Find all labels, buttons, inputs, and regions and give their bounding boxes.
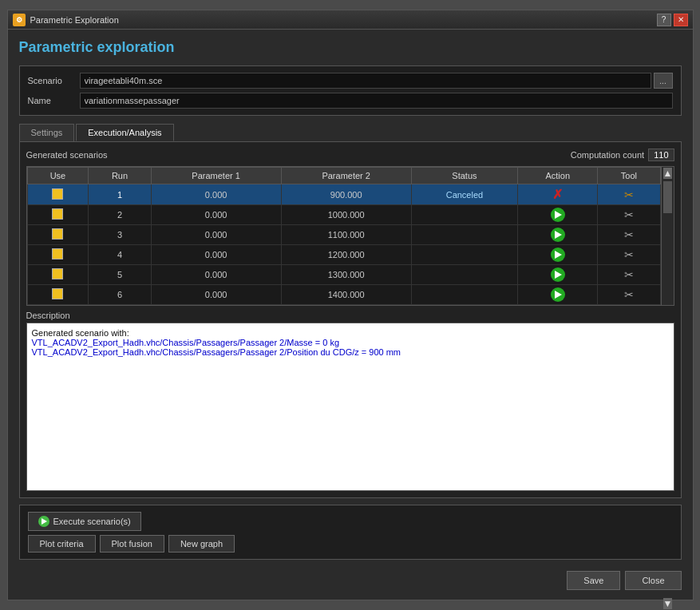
tool-icon[interactable]: ✂ — [624, 208, 634, 221]
col-use: Use — [27, 168, 89, 184]
description-label: Description — [26, 311, 674, 320]
cell-use — [27, 265, 89, 285]
checkbox-use[interactable] — [52, 228, 63, 240]
name-label: Name — [28, 96, 80, 105]
table-row[interactable]: 4 0.000 1200.000 ✂ — [27, 245, 660, 265]
play-action-icon[interactable] — [551, 267, 565, 282]
cell-param1: 0.000 — [151, 205, 281, 225]
col-param2: Parameter 2 — [281, 168, 411, 184]
tool-icon[interactable]: ✂ — [624, 288, 634, 301]
plot-fusion-button[interactable]: Plot fusion — [100, 535, 164, 553]
tab-execution[interactable]: Execution/Analysis — [76, 124, 173, 141]
cell-param1: 0.000 — [151, 225, 281, 245]
scrollbar-up[interactable]: ▲ — [663, 168, 672, 179]
description-text-line1: VTL_ACADV2_Export_Hadh.vhc/Chassis/Passa… — [32, 338, 669, 347]
cell-run: 6 — [89, 285, 151, 305]
close-button[interactable]: Close — [625, 571, 681, 590]
cell-action: ✗ — [518, 184, 598, 205]
cell-param2: 900.000 — [281, 184, 411, 205]
name-input[interactable] — [80, 93, 673, 109]
table-row[interactable]: 3 0.000 1100.000 ✂ — [27, 225, 660, 245]
cell-use — [27, 285, 89, 305]
cell-param1: 0.000 — [151, 285, 281, 305]
app-icon: ⚙ — [13, 14, 26, 26]
new-graph-button[interactable]: New graph — [168, 535, 235, 553]
cell-tool: ✂ — [598, 245, 660, 265]
play-action-icon[interactable] — [551, 228, 565, 242]
tool-icon[interactable]: ✂ — [624, 268, 634, 281]
scrollbar-thumb[interactable] — [663, 181, 672, 213]
checkbox-use[interactable] — [52, 288, 63, 299]
execution-tab-inner: Generated scenarios Computation count 11… — [20, 142, 681, 497]
cell-run: 3 — [89, 225, 151, 245]
description-section: Description Generated scenario with: VTL… — [26, 311, 674, 491]
tool-icon[interactable]: ✂ — [624, 188, 634, 201]
cell-action — [518, 265, 598, 285]
computation-count-label: Computation count — [571, 150, 644, 160]
col-run: Run — [89, 168, 151, 184]
cell-run: 2 — [89, 205, 151, 225]
description-box: Generated scenario with: VTL_ACADV2_Expo… — [26, 323, 674, 491]
table-header: Use Run Parameter 1 Parameter 2 Status A… — [27, 168, 660, 184]
table-row[interactable]: 6 0.000 1400.000 ✂ — [27, 285, 660, 305]
table-row[interactable]: 5 0.000 1300.000 ✂ — [27, 265, 660, 285]
cell-use — [27, 205, 89, 225]
play-action-icon[interactable] — [551, 248, 565, 262]
table-body: 1 0.000 900.000 Canceled ✗ ✂ — [27, 184, 660, 305]
cell-run: 5 — [89, 265, 151, 285]
cell-param2: 1400.000 — [281, 285, 411, 305]
computation-count-value: 110 — [648, 149, 674, 161]
main-content: Parametric exploration Scenario ... Name… — [8, 30, 693, 600]
tool-icon[interactable]: ✂ — [624, 228, 634, 241]
tool-icon[interactable]: ✂ — [624, 248, 634, 261]
checkbox-use[interactable] — [52, 268, 63, 279]
computation-count: Computation count 110 — [571, 149, 674, 161]
cell-action — [518, 285, 598, 305]
cell-param2: 1000.000 — [281, 205, 411, 225]
cell-tool: ✂ — [598, 225, 660, 245]
cell-tool: ✂ — [598, 285, 660, 305]
cell-run: 4 — [89, 245, 151, 265]
execute-button[interactable]: Execute scenario(s) — [28, 512, 141, 531]
checkbox-use[interactable] — [52, 208, 63, 220]
cell-action — [518, 225, 598, 245]
cell-tool: ✂ — [598, 184, 660, 205]
help-button[interactable]: ? — [657, 14, 671, 26]
save-button[interactable]: Save — [567, 571, 620, 590]
cell-status — [411, 265, 518, 285]
plot-criteria-button[interactable]: Plot criteria — [28, 535, 96, 553]
table-scroll-area[interactable]: Use Run Parameter 1 Parameter 2 Status A… — [27, 167, 661, 305]
table-scrollbar[interactable]: ▲ ▼ — [661, 167, 674, 305]
cell-param1: 0.000 — [151, 245, 281, 265]
cancel-action-icon[interactable]: ✗ — [552, 187, 563, 202]
cell-tool: ✂ — [598, 265, 660, 285]
col-tool: Tool — [598, 168, 660, 184]
tab-content: Generated scenarios Computation count 11… — [19, 141, 682, 498]
spacer — [19, 498, 682, 505]
action-bar: Execute scenario(s) Plot criteria Plot f… — [19, 505, 682, 560]
description-text-line2: VTL_ACADV2_Export_Hadh.vhc/Chassis/Passa… — [32, 347, 669, 357]
checkbox-use[interactable] — [52, 248, 63, 259]
browse-button[interactable]: ... — [654, 73, 673, 89]
play-action-icon[interactable] — [551, 287, 565, 302]
description-text-intro: Generated scenario with: — [32, 328, 669, 338]
play-action-icon[interactable] — [551, 208, 565, 222]
cell-status — [411, 285, 518, 305]
cell-action — [518, 205, 598, 225]
table-row[interactable]: 2 0.000 1000.000 ✂ — [27, 205, 660, 225]
scenario-input[interactable] — [80, 73, 651, 89]
scenarios-table-wrapper: Use Run Parameter 1 Parameter 2 Status A… — [26, 166, 674, 306]
close-window-button[interactable]: ✕ — [674, 14, 688, 26]
footer: Save Close — [19, 566, 682, 590]
cell-param2: 1100.000 — [281, 225, 411, 245]
cell-param1: 0.000 — [151, 184, 281, 205]
cell-status — [411, 225, 518, 245]
col-param1: Parameter 1 — [151, 168, 281, 184]
checkbox-use[interactable] — [52, 188, 63, 200]
table-row[interactable]: 1 0.000 900.000 Canceled ✗ ✂ — [27, 184, 660, 205]
cell-status — [411, 245, 518, 265]
tab-settings[interactable]: Settings — [19, 124, 75, 141]
cell-status: Canceled — [411, 184, 518, 205]
cell-param2: 1200.000 — [281, 245, 411, 265]
page-title: Parametric exploration — [19, 39, 682, 56]
